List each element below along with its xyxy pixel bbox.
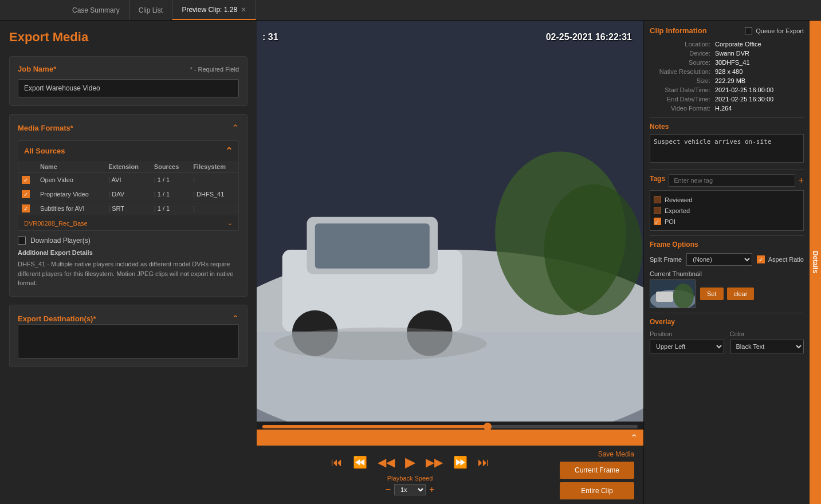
export-dest-chevron-icon[interactable]: ⌃ xyxy=(231,313,239,324)
tab-clip-list[interactable]: Clip List xyxy=(129,0,173,20)
dvr-footer[interactable]: DVR00288_Rec_Base ⌄ xyxy=(18,216,238,230)
export-dest-area xyxy=(18,324,239,359)
controls-bar: ⌃ ⏮ ⏪ ◀◀ ▶ ▶▶ ⏩ ⏭ xyxy=(257,422,643,504)
dvr-footer-label: DVR00288_Rec_Base xyxy=(24,220,88,227)
clip-info-header: Clip Information Queue for Export xyxy=(650,26,804,35)
tags-title: Tags xyxy=(650,175,665,183)
end-value: 2021-02-25 16:30:00 xyxy=(713,94,804,104)
tab-close-icon[interactable]: ✕ xyxy=(241,6,246,14)
export-dest-header[interactable]: Export Destination(s)* ⌃ xyxy=(18,313,239,324)
job-name-section: Job Name* * - Required Field xyxy=(9,56,248,106)
native-res-value: 928 x 480 xyxy=(713,67,804,76)
playback-speed-section: Playback Speed − 1x 2x 4x 0.5x + xyxy=(386,475,435,495)
timeline-handle[interactable] xyxy=(484,423,492,431)
media-formats-section: Media Formats* ⌃ All Sources ⌃ Name Exte… xyxy=(9,114,248,297)
split-frame-select[interactable]: (None) 2 Frames 4 Frames xyxy=(686,253,752,266)
entire-clip-button[interactable]: Entire Clip xyxy=(560,482,634,499)
notes-title: Notes xyxy=(650,123,804,131)
playback-speed-label: Playback Speed xyxy=(387,475,433,482)
orange-bar-chevron-icon[interactable]: ⌃ xyxy=(630,432,638,443)
end-key: End Date/Time: xyxy=(650,94,713,104)
tab-case-summary[interactable]: Case Summary xyxy=(63,0,129,20)
orange-bar: ⌃ xyxy=(257,430,643,446)
aspect-ratio-checkbox[interactable]: ✓ xyxy=(757,255,765,263)
row1-ext: | AVI xyxy=(105,173,151,187)
tab-preview-clip[interactable]: Preview Clip: 1.28 ✕ xyxy=(172,0,256,20)
skip-end-button[interactable]: ⏭ xyxy=(478,456,489,468)
aspect-ratio-label: Aspect Ratio xyxy=(768,256,804,263)
row3-checkbox[interactable]: ✓ xyxy=(22,204,30,212)
tag-poi-label: POI xyxy=(665,218,675,225)
step-back-button[interactable]: ◀◀ xyxy=(378,456,395,468)
play-button[interactable]: ▶ xyxy=(405,454,415,470)
device-value: Swann DVR xyxy=(713,49,804,58)
job-name-input[interactable] xyxy=(18,79,239,97)
aspect-ratio-row: ✓ Aspect Ratio xyxy=(757,255,804,263)
tag-poi-checkbox[interactable]: ✓ xyxy=(654,218,661,225)
rewind-button[interactable]: ⏪ xyxy=(353,456,367,468)
all-sources-section: All Sources ⌃ Name Extension Sources Fil… xyxy=(18,140,239,231)
row2-fs: | DHFS_41 xyxy=(190,187,238,202)
media-formats-chevron-icon[interactable]: ⌃ xyxy=(231,123,239,133)
tag-list: Reviewed Exported ✓ POI xyxy=(650,190,804,231)
current-frame-button[interactable]: Current Frame xyxy=(560,462,634,479)
overlay-color-col: Color Black Text White Text xyxy=(730,330,804,353)
dvr-footer-chevron-icon: ⌄ xyxy=(227,219,233,227)
media-formats-header[interactable]: Media Formats* ⌃ xyxy=(18,123,239,133)
details-tab[interactable]: Details xyxy=(810,21,821,504)
set-thumbnail-button[interactable]: Set xyxy=(700,288,724,300)
overlay-color-select[interactable]: Black Text White Text xyxy=(730,340,804,353)
svg-point-10 xyxy=(274,328,486,360)
svg-rect-13 xyxy=(656,292,673,302)
panel-title: Export Media xyxy=(9,30,248,45)
fast-forward-button[interactable]: ⏩ xyxy=(453,456,468,468)
row2-ext: | DAV xyxy=(105,187,151,202)
speed-decrease-button[interactable]: − xyxy=(386,485,391,495)
job-name-header: Job Name* * - Required Field xyxy=(18,65,239,73)
device-key: Device: xyxy=(650,49,713,58)
divider-1 xyxy=(650,117,804,118)
download-player-checkbox[interactable] xyxy=(18,237,26,245)
job-name-label: Job Name* xyxy=(18,65,56,73)
speed-select[interactable]: 1x 2x 4x 0.5x xyxy=(394,484,426,495)
all-sources-header[interactable]: All Sources ⌃ xyxy=(18,141,238,161)
speed-increase-button[interactable]: + xyxy=(429,485,434,495)
row3-fs: | xyxy=(190,202,238,216)
right-panel-inner: Clip Information Queue for Export Locati… xyxy=(644,21,810,504)
video-time-left: : 31 xyxy=(262,32,278,42)
all-sources-chevron-icon[interactable]: ⌃ xyxy=(225,145,233,156)
video-area: : 31 02-25-2021 16:22:31 xyxy=(257,21,643,422)
row2-name: Proprietary Video xyxy=(37,187,105,202)
clip-info-title: Clip Information xyxy=(650,26,707,35)
clear-thumbnail-button[interactable]: clear xyxy=(727,288,755,300)
tag-item-exported: Exported xyxy=(654,205,800,216)
tag-input[interactable] xyxy=(669,174,795,187)
center-panel: : 31 02-25-2021 16:22:31 ⌃ ⏮ xyxy=(257,21,643,504)
main-layout: Export Media Job Name* * - Required Fiel… xyxy=(0,21,821,504)
media-formats-label: Media Formats* xyxy=(18,124,73,132)
divider-2 xyxy=(650,169,804,170)
divider-4 xyxy=(650,313,804,313)
overlay-color-label: Color xyxy=(730,330,804,337)
start-value: 2021-02-25 16:00:00 xyxy=(713,85,804,94)
table-row: ✓ Proprietary Video | DAV | 1 / 1 | DHFS… xyxy=(18,187,238,202)
row1-name: Open Video xyxy=(37,173,105,187)
queue-export-row: Queue for Export xyxy=(745,27,804,34)
timeline-track[interactable] xyxy=(262,425,638,428)
tag-reviewed-label: Reviewed xyxy=(665,196,692,203)
left-panel: Export Media Job Name* * - Required Fiel… xyxy=(0,21,257,504)
tag-reviewed-checkbox[interactable] xyxy=(654,196,661,203)
split-frame-label: Split Frame xyxy=(650,256,682,263)
additional-details-text: DHFS_41 - Multiple native players includ… xyxy=(18,259,239,288)
step-forward-button[interactable]: ▶▶ xyxy=(426,456,443,468)
row1-checkbox[interactable]: ✓ xyxy=(22,176,30,184)
skip-start-button[interactable]: ⏮ xyxy=(331,456,343,468)
overlay-position-select[interactable]: Upper Left Upper Right Lower Left Lower … xyxy=(650,340,724,353)
tag-exported-checkbox[interactable] xyxy=(654,207,661,214)
tag-add-button[interactable]: + xyxy=(799,175,804,186)
notes-textarea[interactable]: Suspect vehicle arrives on-site xyxy=(650,134,804,163)
svg-point-14 xyxy=(673,284,694,308)
row2-checkbox[interactable]: ✓ xyxy=(22,190,30,198)
controls-center: ⏮ ⏪ ◀◀ ▶ ▶▶ ⏩ ⏭ Playback Speed − xyxy=(266,454,554,495)
queue-export-checkbox[interactable] xyxy=(745,27,752,34)
